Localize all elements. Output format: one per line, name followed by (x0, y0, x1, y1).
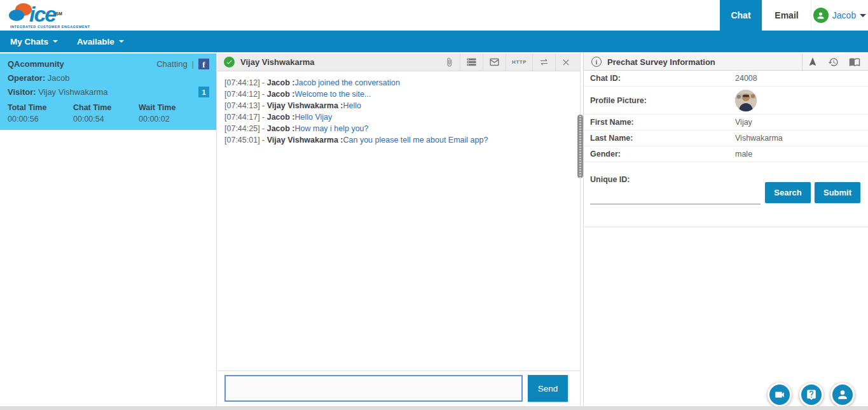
secondary-nav: My Chats Available (0, 31, 868, 52)
chat-message: [07:44:25] - Jacob :How may i help you? (224, 123, 580, 134)
operator-label: Operator: (8, 73, 45, 83)
chat-message: [07:44:12] - Jacob :Welcome to the site.… (224, 88, 580, 100)
unread-count-badge: 1 (198, 87, 209, 97)
chat-message: [07:45:01] - Vijay Vishwakarma :Can you … (224, 134, 580, 146)
user-menu[interactable]: Jacob (811, 0, 868, 31)
send-button[interactable]: Send (528, 375, 568, 402)
ice-logo[interactable]: iceSM INTEGRATED CUSTOMER ENGAGEMENT (9, 2, 90, 29)
search-button[interactable]: Search (765, 182, 811, 203)
field-row-first-name: First Name: Vijay (584, 115, 868, 131)
chevron-down-icon (119, 40, 124, 45)
chat-time-stat: Chat Time 00:00:54 (73, 103, 139, 124)
status-separator: | (192, 59, 194, 69)
my-chats-dropdown[interactable]: My Chats (10, 37, 58, 46)
tab-email[interactable]: Email (762, 0, 811, 31)
visitor-profile-photo (735, 90, 757, 111)
logo-sm-mark: SM (55, 11, 62, 16)
field-row-last-name: Last Name: Vishwakarma (584, 131, 868, 146)
logo-speech-bubbles-icon (9, 2, 33, 24)
top-header: iceSM INTEGRATED CUSTOMER ENGAGEMENT Cha… (0, 0, 868, 31)
online-status-icon (224, 57, 235, 67)
close-chat-icon[interactable] (555, 53, 576, 71)
transfer-chat-icon[interactable] (532, 53, 555, 71)
field-row-profile-picture: Profile Picture: (584, 87, 868, 115)
video-call-button[interactable] (768, 383, 792, 407)
splitter-drag-handle[interactable] (577, 115, 583, 178)
conversation-header: Vijay Vishwakarma HTTP (217, 53, 580, 71)
chat-message: [07:44:12] - Jacob :Jacob joined the con… (224, 77, 580, 88)
message-list: [07:44:12] - Jacob :Jacob joined the con… (217, 71, 580, 146)
conversation-title: Vijay Vishwakarma (240, 57, 315, 67)
email-icon[interactable] (483, 53, 506, 71)
header-tabs: Chat Email Jacob (720, 0, 868, 31)
community-name: QAcommunity (8, 59, 64, 69)
field-row-gender: Gender: male (584, 146, 868, 162)
info-icon: i (591, 57, 602, 67)
field-row-chat-id: Chat ID: 24008 (584, 71, 868, 87)
conversation-toolbar: HTTP (439, 53, 576, 71)
app-window: iceSM INTEGRATED CUSTOMER ENGAGEMENT Cha… (0, 0, 868, 410)
survey-title: Prechat Survey Information (607, 57, 715, 67)
visitor-label: Visitor: (8, 87, 36, 97)
user-name: Jacob (832, 10, 856, 20)
visitor-name: Vijay Vishwakarma (36, 87, 108, 97)
chat-list-item[interactable]: QAcommunity Chatting | f Operator: Jacob… (0, 53, 216, 130)
attach-file-icon[interactable] (439, 53, 460, 71)
chat-message: [07:44:17] - Jacob :Hello Vijay (224, 111, 580, 123)
my-chats-label: My Chats (10, 37, 48, 46)
book-icon[interactable] (844, 53, 865, 70)
window-footer (0, 406, 868, 410)
wait-time-stat: Wait Time 00:00:02 (139, 103, 176, 124)
tab-chat[interactable]: Chat (720, 0, 762, 31)
chat-list-panel: QAcommunity Chatting | f Operator: Jacob… (0, 52, 217, 406)
facebook-icon: f (198, 59, 209, 69)
chat-message: [07:44:13] - Vijay Vishwakarma :Hello (224, 100, 580, 111)
logo-tagline: INTEGRATED CUSTOMER ENGAGEMENT (10, 25, 90, 29)
message-input-bar: Send (217, 371, 580, 402)
chat-status: Chatting (156, 59, 187, 69)
available-label: Available (77, 37, 114, 46)
total-time-stat: Total Time 00:00:56 (8, 103, 73, 124)
visitor-profile-button[interactable] (830, 383, 855, 407)
unique-id-input[interactable] (590, 187, 761, 204)
conversation-panel: Vijay Vishwakarma HTTP (217, 52, 580, 406)
user-avatar-icon (813, 8, 829, 23)
survey-header: i Prechat Survey Information (584, 53, 868, 71)
message-input[interactable] (224, 375, 523, 402)
prechat-survey-panel: i Prechat Survey Information Chat ID: 24… (583, 52, 868, 406)
available-dropdown[interactable]: Available (77, 37, 124, 46)
chevron-down-icon (860, 14, 866, 20)
unique-id-section: Unique ID: Search Submit (584, 162, 868, 227)
submit-button[interactable]: Submit (815, 182, 860, 203)
chevron-down-icon (53, 40, 58, 45)
canned-responses-icon[interactable] (460, 53, 483, 71)
logo-text: iceSM (29, 4, 62, 24)
history-icon[interactable] (823, 53, 844, 70)
operator-name: Jacob (45, 73, 69, 83)
help-button[interactable] (799, 383, 823, 407)
survey-toolbar (802, 53, 865, 70)
navigation-arrow-icon[interactable] (803, 53, 823, 70)
http-link-button[interactable]: HTTP (506, 53, 532, 71)
